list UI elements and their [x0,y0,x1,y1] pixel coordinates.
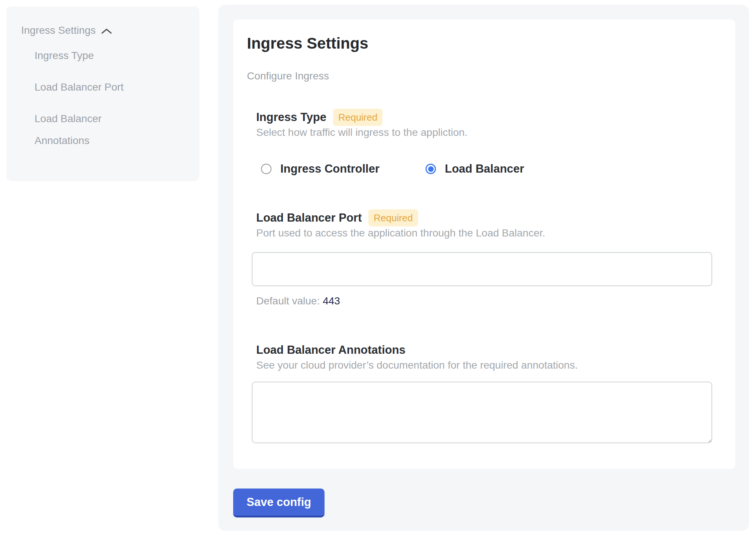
main-panel: Ingress Settings Configure Ingress Ingre… [218,5,749,531]
ingress-type-label: Ingress Type [256,111,326,124]
load-balancer-annotations-textarea[interactable] [252,382,712,443]
page-subtitle: Configure Ingress [247,71,717,82]
load-balancer-annotations-label: Load Balancer Annotations [256,343,405,357]
section-ingress-type: Ingress Type Required Select how traffic… [256,108,717,176]
ingress-settings-card: Ingress Settings Configure Ingress Ingre… [233,19,735,469]
ingress-type-radio-group: Ingress Controller Load Balancer [256,162,717,176]
load-balancer-annotations-description: See your cloud provider’s documentation … [256,359,717,371]
chevron-up-icon [101,28,112,35]
load-balancer-port-label: Load Balancer Port [256,211,362,225]
settings-nav-sidebar: Ingress Settings Ingress Type Load Balan… [6,6,199,181]
default-value: 443 [323,295,340,307]
required-badge: Required [333,109,383,126]
radio-option-load-balancer[interactable]: Load Balancer [426,162,524,176]
radio-label-ingress-controller: Ingress Controller [280,162,379,176]
sidebar-group-label: Ingress Settings [21,23,96,38]
radio-label-load-balancer: Load Balancer [445,162,524,176]
radio-option-ingress-controller[interactable]: Ingress Controller [261,162,379,176]
sidebar-item-ingress-type[interactable]: Ingress Type [21,45,140,66]
load-balancer-port-description: Port used to access the application thro… [256,227,717,239]
default-value-label: Default value: [256,295,320,307]
save-config-button[interactable]: Save config [233,489,325,517]
radio-button-load-balancer[interactable] [426,164,436,174]
section-load-balancer-annotations: Load Balancer Annotations See your cloud… [256,341,717,443]
section-load-balancer-port: Load Balancer Port Required Port used to… [256,209,717,307]
sidebar-item-load-balancer-annotations[interactable]: Load Balancer Annotations [21,108,140,151]
load-balancer-port-input[interactable] [252,252,712,286]
required-badge: Required [368,209,418,226]
radio-button-ingress-controller[interactable] [261,164,271,174]
ingress-type-description: Select how traffic will ingress to the a… [256,127,717,138]
sidebar-nav-list: Ingress Type Load Balancer Port Load Bal… [21,45,185,151]
page-title: Ingress Settings [247,34,717,53]
default-value-row: Default value:443 [256,295,717,307]
sidebar-item-load-balancer-port[interactable]: Load Balancer Port [21,76,140,98]
sidebar-group-ingress-settings[interactable]: Ingress Settings [21,23,185,38]
